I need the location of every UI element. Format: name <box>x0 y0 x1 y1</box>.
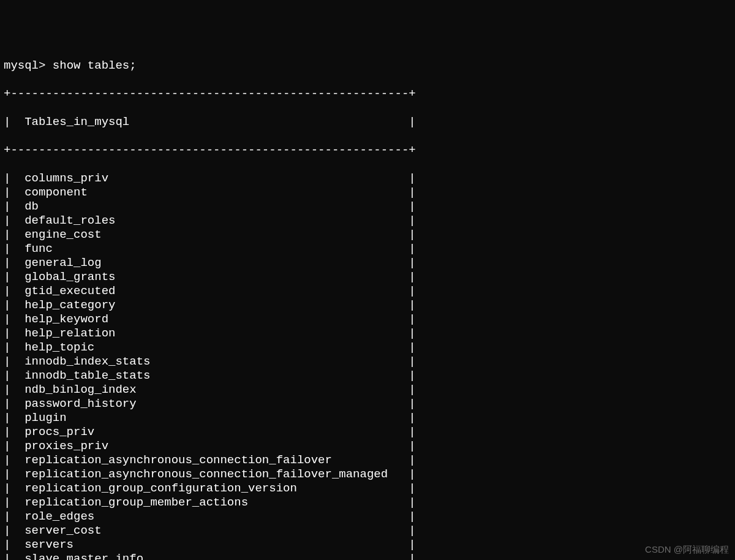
table-row: | help_relation | <box>4 327 731 341</box>
table-row: | default_roles | <box>4 214 731 228</box>
table-row: | replication_asynchronous_connection_fa… <box>4 467 731 482</box>
table-row: | help_topic | <box>4 341 731 355</box>
mysql-prompt: mysql> <box>4 59 53 72</box>
table-row: | server_cost | <box>4 524 731 538</box>
table-row: | innodb_index_stats | <box>4 355 731 369</box>
table-row: | replication_asynchronous_connection_fa… <box>4 453 731 467</box>
table-row: | servers | <box>4 538 731 552</box>
table-body: | columns_priv || component || db || def… <box>4 172 731 560</box>
table-row: | ndb_binlog_index | <box>4 383 731 397</box>
table-row: | slave_master_info | <box>4 552 731 560</box>
table-row: | func | <box>4 242 731 256</box>
table-row: | db | <box>4 200 731 214</box>
table-row: | engine_cost | <box>4 228 731 242</box>
table-row: | innodb_table_stats | <box>4 369 731 383</box>
table-row: | component | <box>4 186 731 200</box>
table-row: | procs_priv | <box>4 425 731 439</box>
sql-command: show tables; <box>53 59 137 72</box>
table-row: | help_keyword | <box>4 312 731 327</box>
table-row: | password_history | <box>4 397 731 411</box>
table-row: | proxies_priv | <box>4 439 731 453</box>
table-row: | plugin | <box>4 411 731 425</box>
table-row: | gtid_executed | <box>4 284 731 298</box>
table-row: | replication_group_configuration_versio… <box>4 482 731 496</box>
table-row: | help_category | <box>4 298 731 312</box>
table-divider-mid: +---------------------------------------… <box>4 143 731 157</box>
watermark: CSDN @阿福聊编程 <box>645 542 729 556</box>
table-row: | global_grants | <box>4 270 731 284</box>
table-row: | general_log | <box>4 256 731 270</box>
table-divider-top: +---------------------------------------… <box>4 87 731 101</box>
table-row: | columns_priv | <box>4 172 731 186</box>
command-line[interactable]: mysql> show tables; <box>4 59 731 73</box>
table-row: | role_edges | <box>4 510 731 524</box>
table-row: | replication_group_member_actions | <box>4 496 731 510</box>
table-header-row: | Tables_in_mysql | <box>4 115 731 129</box>
